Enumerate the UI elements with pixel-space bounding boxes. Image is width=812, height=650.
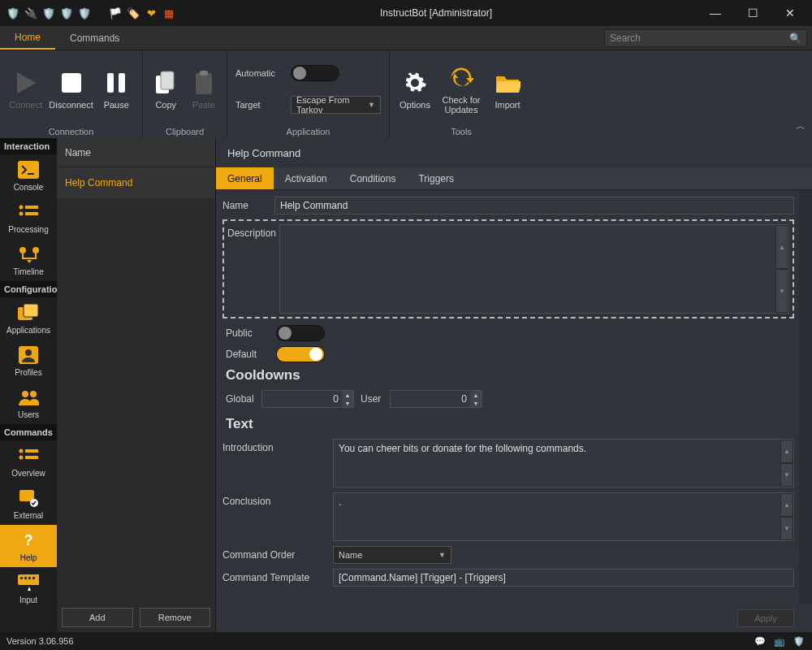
name-input[interactable] — [274, 197, 794, 214]
check-updates-button[interactable]: Check for Updates — [437, 54, 486, 125]
svg-rect-31 — [18, 574, 39, 585]
svg-point-10 — [19, 206, 24, 210]
list-header[interactable]: Name — [57, 138, 215, 167]
svg-rect-6 — [196, 73, 212, 94]
menu-tab-commands[interactable]: Commands — [55, 26, 134, 50]
connect-button[interactable]: Connect — [5, 54, 47, 125]
cooldowns-title: Cooldowns — [226, 367, 794, 384]
copy-button[interactable]: Copy — [148, 54, 184, 125]
description-highlight: Description ▲▼ — [222, 219, 794, 318]
discord-icon[interactable]: 💬 — [754, 635, 767, 648]
svg-point-14 — [19, 247, 26, 254]
window-title: InstructBot [Administrator] — [175, 7, 697, 19]
sidebar-item-applications[interactable]: Applications — [0, 297, 57, 340]
intro-input[interactable]: You can cheer bits or donate for the fol… — [333, 439, 794, 488]
editor-scrollbar[interactable] — [799, 190, 812, 604]
close-button[interactable]: ✕ — [771, 0, 809, 26]
order-combo[interactable]: Name ▼ — [333, 546, 451, 564]
status-shield-icon[interactable]: 🛡️ — [793, 635, 806, 648]
public-toggle[interactable] — [276, 325, 325, 341]
add-button[interactable]: Add — [62, 608, 133, 627]
plug-icon[interactable]: 🔌 — [24, 6, 37, 20]
version-label: Version 3.06.956 — [6, 636, 74, 646]
stop-icon — [58, 69, 85, 97]
sidebar-item-external[interactable]: External — [0, 483, 57, 525]
paste-button[interactable]: Paste — [186, 54, 222, 125]
menu-tab-home[interactable]: Home — [0, 26, 55, 50]
sidebar-item-timeline[interactable]: Timeline — [0, 239, 57, 281]
tab-triggers[interactable]: Triggers — [407, 167, 465, 189]
list-item[interactable]: Help Command — [57, 167, 215, 198]
heart-icon[interactable]: ❤ — [145, 6, 158, 20]
template-label: Command Template — [222, 569, 333, 583]
default-label: Default — [226, 349, 268, 360]
sidebar-item-users[interactable]: Users — [0, 382, 57, 424]
search-placeholder: Search — [610, 32, 641, 44]
ribbon: Connect Disconnect Pause Connection Copy… — [0, 50, 812, 138]
svg-rect-26 — [25, 456, 38, 459]
shield-icon-3[interactable]: 🛡️ — [78, 6, 91, 20]
grid-icon[interactable]: ▦ — [162, 6, 175, 20]
svg-rect-8 — [18, 161, 39, 179]
text-title: Text — [226, 416, 794, 432]
svg-rect-33 — [24, 577, 27, 579]
svg-rect-1 — [62, 73, 81, 93]
description-input[interactable]: ▲▼ — [279, 224, 789, 314]
global-input[interactable]: 0 ▲▼ — [261, 390, 354, 408]
svg-marker-36 — [28, 587, 31, 591]
ribbon-collapse-button[interactable]: ︿ — [796, 119, 806, 133]
conclusion-input[interactable]: . ▲▼ — [333, 492, 794, 541]
template-input[interactable] — [333, 569, 794, 587]
shield-icon-1[interactable]: 🛡️ — [42, 6, 55, 20]
keyboard-icon — [18, 572, 39, 593]
tab-activation[interactable]: Activation — [274, 167, 339, 189]
sidebar-item-overview[interactable]: Overview — [0, 440, 57, 483]
svg-point-23 — [19, 449, 24, 453]
remove-button[interactable]: Remove — [140, 608, 211, 627]
options-button[interactable]: Options — [395, 54, 435, 125]
pause-button[interactable]: Pause — [96, 54, 138, 125]
automatic-toggle[interactable] — [291, 65, 339, 81]
up-icon[interactable]: ▲ — [775, 225, 788, 269]
flag-icon[interactable]: 🏳️ — [109, 6, 122, 20]
profile-icon — [18, 344, 39, 366]
command-list-panel: Name Help Command Add Remove — [57, 138, 216, 632]
sidebar-item-input[interactable]: Input — [0, 567, 57, 609]
console-icon — [18, 159, 39, 180]
order-label: Command Order — [222, 546, 333, 561]
default-toggle[interactable] — [276, 346, 325, 362]
sidebar-item-help[interactable]: ? Help — [0, 525, 57, 567]
down-icon[interactable]: ▼ — [775, 269, 788, 313]
svg-point-15 — [32, 247, 39, 254]
svg-rect-35 — [32, 577, 35, 579]
folder-icon — [494, 69, 521, 97]
sidebar: Interaction Console Processing Timeline … — [0, 138, 57, 632]
svg-rect-24 — [25, 449, 38, 453]
group-application-label: Application — [232, 125, 384, 136]
tab-conditions[interactable]: Conditions — [339, 167, 408, 189]
description-label: Description — [227, 224, 279, 239]
shield-icon-2[interactable]: 🛡️ — [60, 6, 73, 20]
import-button[interactable]: Import — [487, 54, 528, 125]
sidebar-item-processing[interactable]: Processing — [0, 197, 57, 239]
tab-general[interactable]: General — [216, 167, 274, 189]
chevron-down-icon: ▼ — [438, 551, 446, 559]
target-combo[interactable]: Escape From Tarkov ▼ — [291, 96, 381, 114]
sidebar-item-console[interactable]: Console — [0, 154, 57, 197]
svg-point-12 — [19, 212, 24, 216]
sidebar-item-profiles[interactable]: Profiles — [0, 340, 57, 382]
titlebar: 🛡️ 🔌 🛡️ 🛡️ 🛡️ 🏳️ 🏷️ ❤ ▦ InstructBot [Adm… — [0, 0, 812, 26]
minimize-button[interactable]: ― — [697, 0, 734, 26]
twitch-icon[interactable]: 📺 — [773, 635, 786, 648]
svg-point-25 — [19, 456, 24, 460]
apply-button[interactable]: Apply — [737, 609, 794, 627]
refresh-icon — [447, 64, 475, 92]
search-input[interactable]: Search 🔍 — [604, 29, 807, 47]
svg-point-21 — [22, 391, 28, 397]
user-input[interactable]: 0 ▲▼ — [390, 390, 482, 408]
users-icon — [18, 387, 39, 408]
windows-icon — [18, 302, 39, 323]
disconnect-button[interactable]: Disconnect — [49, 54, 94, 125]
tag-icon[interactable]: 🏷️ — [127, 6, 140, 20]
maximize-button[interactable]: ☐ — [734, 0, 771, 26]
